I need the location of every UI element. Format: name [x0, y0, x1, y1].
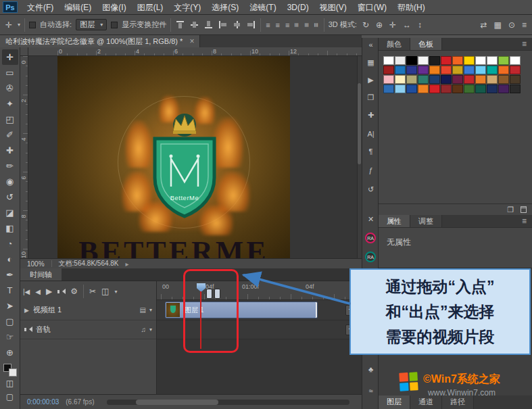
color-swatch[interactable] — [429, 56, 440, 65]
history-panel-icon[interactable]: ↺ — [362, 185, 379, 194]
color-swatch[interactable] — [510, 75, 521, 84]
color-swatch[interactable] — [395, 66, 406, 74]
crop-tool[interactable]: ◰ — [2, 112, 18, 127]
panel-menu-icon[interactable]: ≡ — [516, 38, 532, 50]
color-swatch[interactable] — [464, 56, 475, 65]
dodge-tool[interactable]: ◐ — [2, 251, 18, 267]
3d-roll-icon[interactable]: ⊕ — [374, 20, 384, 30]
document-tab[interactable]: 哈利波特魔法学院纪念徽章 @ 100%(图层 1, RGB/8) * × — [0, 35, 200, 47]
tool-preset-caret-icon[interactable]: ▾ — [18, 22, 20, 28]
color-swatch[interactable] — [429, 85, 440, 93]
timeline-zoom-scrollbar[interactable] — [107, 400, 349, 405]
color-swatch[interactable] — [510, 56, 521, 65]
show-transform-checkbox[interactable] — [111, 22, 118, 28]
move-tool-preset-icon[interactable]: ✛ — [4, 20, 14, 30]
color-swatch[interactable] — [487, 75, 498, 84]
color-swatch[interactable] — [498, 56, 509, 65]
menu-item[interactable]: 编辑(E) — [59, 0, 97, 15]
track-disclosure-icon[interactable]: ▶ — [24, 307, 29, 314]
history-brush-tool[interactable]: ↺ — [2, 189, 18, 205]
align-vertical-center-icon[interactable] — [189, 20, 199, 29]
align-horizontal-center-icon[interactable] — [232, 20, 242, 29]
previous-frame-button[interactable]: ◀ — [35, 288, 41, 295]
color-swatch[interactable] — [464, 75, 475, 84]
move-tool[interactable]: ✛ — [2, 49, 18, 65]
new-swatch-icon[interactable]: ❐ — [507, 206, 514, 214]
zoom-tool[interactable]: ⊕ — [2, 345, 18, 360]
color-swatch[interactable] — [510, 85, 521, 93]
ra-badge-teal[interactable]: RA — [365, 251, 376, 262]
menu-item[interactable]: 视图(V) — [314, 0, 352, 15]
split-clip-icon[interactable]: ✂ — [89, 287, 96, 296]
color-swatch[interactable] — [441, 75, 452, 84]
ra-badge-pink[interactable]: RA — [365, 233, 376, 243]
canvas-scrollbar[interactable] — [357, 56, 362, 258]
status-arrow-icon[interactable]: ▸ — [126, 260, 129, 268]
color-swatch[interactable] — [475, 85, 486, 93]
play-button[interactable]: ▶ — [46, 287, 52, 296]
video-track-header[interactable]: ▶ 视频组 1 ▤ ▾ — [20, 300, 156, 320]
color-swatch[interactable] — [429, 66, 440, 74]
blur-tool[interactable]: ◔ — [2, 236, 18, 251]
color-swatch[interactable] — [441, 66, 452, 74]
color-swatch[interactable] — [464, 85, 475, 93]
clone-source-panel-icon[interactable]: ❐ — [362, 93, 379, 102]
color-swatch[interactable] — [498, 85, 509, 93]
track-options-icon[interactable]: ▤ — [140, 306, 146, 314]
character-panel-icon[interactable]: A| — [362, 130, 379, 138]
color-swatch[interactable] — [395, 85, 406, 93]
tab-channels[interactable]: 通道 — [410, 395, 442, 409]
workspace-menu-icon[interactable]: ≡ — [521, 20, 528, 30]
color-swatch[interactable] — [475, 75, 486, 84]
close-panel-icon[interactable]: ✕ — [362, 215, 379, 224]
color-swatch[interactable] — [452, 75, 463, 84]
menu-item[interactable]: 图层(L) — [132, 0, 169, 15]
tree-decoration-icon[interactable]: ♣ — [362, 365, 379, 373]
align-left-icon[interactable] — [218, 20, 228, 29]
tab-swatches[interactable]: 色板 — [410, 38, 442, 50]
panel-menu-icon[interactable]: ≡ — [516, 215, 532, 227]
color-chips[interactable] — [3, 364, 17, 377]
eraser-tool[interactable]: ◪ — [2, 205, 18, 220]
document-canvas[interactable]: BetterMe BETTERME — [57, 56, 290, 258]
gradient-tool[interactable]: ◧ — [2, 220, 18, 236]
distribute-vertical-icon[interactable]: ≡ — [303, 22, 311, 27]
color-swatch[interactable] — [418, 85, 429, 93]
workspace-grid-icon[interactable]: ▦ — [493, 20, 503, 30]
distribute-vertical-icon[interactable]: ≡ — [293, 22, 301, 27]
color-swatch[interactable] — [475, 66, 486, 74]
color-swatch[interactable] — [487, 85, 498, 93]
path-selection-tool[interactable]: ➤ — [2, 298, 18, 314]
color-swatch[interactable] — [383, 56, 394, 65]
color-swatch[interactable] — [383, 75, 394, 84]
distribute-vertical-icon[interactable]: ≡ — [312, 22, 320, 27]
auto-select-checkbox[interactable] — [29, 22, 36, 28]
color-swatch[interactable] — [406, 75, 417, 84]
color-swatch[interactable] — [498, 75, 509, 84]
transition-icon[interactable]: ◫ — [101, 287, 109, 296]
color-swatch[interactable] — [510, 66, 521, 74]
color-swatch[interactable] — [406, 85, 417, 93]
3d-scale-icon[interactable]: ↕ — [416, 20, 423, 30]
paragraph-panel-icon[interactable]: ¶ — [362, 147, 379, 155]
color-swatch[interactable] — [441, 85, 452, 93]
color-swatch[interactable] — [487, 66, 498, 74]
color-swatch[interactable] — [418, 56, 429, 65]
pen-tool[interactable]: ✒ — [2, 267, 18, 283]
distribute-icon[interactable]: ≡ — [285, 21, 290, 29]
audio-options-caret-icon[interactable]: ▾ — [149, 327, 152, 333]
auto-select-target-dropdown[interactable]: 图层 ▾ — [76, 19, 107, 30]
menu-item[interactable]: 帮助(H) — [392, 0, 431, 15]
menu-item[interactable]: 窗口(W) — [352, 0, 392, 15]
transition-caret-icon[interactable]: ▾ — [114, 289, 117, 295]
tab-layers[interactable]: 图层 — [379, 395, 410, 409]
color-swatch[interactable] — [395, 56, 406, 65]
color-swatch[interactable] — [429, 75, 440, 84]
color-swatch[interactable] — [383, 66, 394, 74]
color-swatch[interactable] — [475, 56, 486, 65]
audio-note-icon[interactable]: ♫ — [141, 326, 146, 333]
speaker-icon[interactable] — [24, 327, 32, 333]
track-options-caret-icon[interactable]: ▾ — [149, 307, 152, 313]
align-right-icon[interactable] — [246, 20, 256, 29]
zoom-level[interactable]: 100% — [27, 260, 45, 268]
